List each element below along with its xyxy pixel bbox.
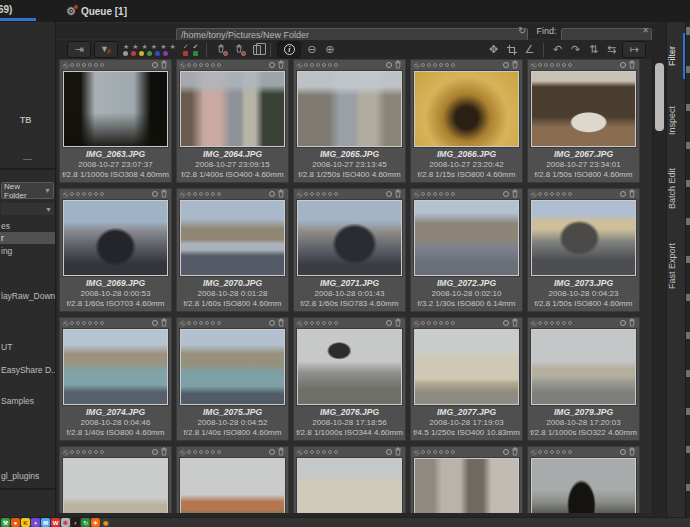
rank-dot-icon[interactable] — [433, 450, 437, 454]
rank-dot-icon[interactable] — [568, 321, 572, 325]
rank-dot-icon[interactable] — [100, 63, 104, 67]
thumbnail-cell[interactable]: ⚿IMG_2075.JPG2008-10-28 0:04:52f/2.8 1/4… — [176, 317, 289, 441]
photo-thumbnail[interactable] — [63, 458, 168, 513]
thumbnail-cell[interactable]: ⚿IMG_2070.JPG2008-10-28 0:01:28f/2.8 1/6… — [176, 188, 289, 312]
trash-icon[interactable] — [628, 60, 636, 70]
rank-dot-icon[interactable] — [544, 192, 548, 196]
edited-state-filter[interactable]: ✓✓ — [181, 44, 201, 56]
rank-dot-icon[interactable] — [217, 63, 221, 67]
rank-dot-icon[interactable] — [205, 450, 209, 454]
pan-tool-button[interactable]: ✥ — [486, 42, 501, 57]
rank-dot-icon[interactable] — [538, 192, 542, 196]
rank-dot-icon[interactable] — [322, 63, 326, 67]
rank-dot-icon[interactable] — [328, 321, 332, 325]
rank-dot-icon[interactable] — [310, 321, 314, 325]
enqueue-icon[interactable] — [269, 320, 275, 326]
trash-icon[interactable] — [277, 318, 285, 328]
photo-thumbnail[interactable] — [531, 200, 636, 276]
grid-scrollbar[interactable] — [652, 59, 666, 513]
rank-dot-icon[interactable] — [211, 450, 215, 454]
rating-color-filter[interactable]: ★★★★★★ — [121, 44, 178, 56]
rank-dot-icon[interactable] — [193, 450, 197, 454]
rank-dot-icon[interactable] — [94, 63, 98, 67]
directory-tree-item[interactable]: EasyShare D... — [1, 365, 56, 375]
rank-dot-icon[interactable] — [427, 450, 431, 454]
trash-icon[interactable] — [160, 60, 168, 70]
photo-thumbnail[interactable] — [180, 458, 285, 513]
rank-dot-icon[interactable] — [451, 63, 455, 67]
enqueue-icon[interactable] — [152, 320, 158, 326]
color-label-filter-icons[interactable] — [123, 51, 176, 56]
rank-dot-icon[interactable] — [199, 192, 203, 196]
thumbnail-cell[interactable]: ⚿IMG_2071.JPG2008-10-28 0:01:43f/2.8 1/6… — [293, 188, 406, 312]
rank-dot-icon[interactable] — [562, 192, 566, 196]
rank-dot-icon[interactable] — [538, 450, 542, 454]
rank-dot-icon[interactable] — [88, 192, 92, 196]
trash-icon[interactable] — [394, 447, 402, 457]
panel-collapse-handle[interactable]: — — [0, 154, 55, 164]
edited-filter-icon[interactable]: ✓ — [183, 44, 189, 56]
rank-dot-icon[interactable] — [322, 192, 326, 196]
rank-dot-icon[interactable] — [187, 450, 191, 454]
rank-dot-icon[interactable] — [421, 450, 425, 454]
rank-dot-icon[interactable] — [199, 450, 203, 454]
rotate-left-button[interactable]: ↶ — [550, 42, 565, 57]
rank-dot-icon[interactable] — [100, 321, 104, 325]
trash-icon[interactable] — [394, 318, 402, 328]
rank-dot-icon[interactable] — [544, 63, 548, 67]
thumbnail-cell[interactable]: ⚿IMG_2063.JPG2008-10-27 23:07:37f/2.8 1/… — [59, 59, 172, 183]
trash-icon[interactable] — [628, 318, 636, 328]
rank-dot-icon[interactable] — [94, 192, 98, 196]
rank-dot-icon[interactable] — [322, 321, 326, 325]
thumbnail-cell[interactable]: ⚿IMG_2074.JPG2008-10-28 0:04:46f/2.8 1/4… — [59, 317, 172, 441]
rank-dot-icon[interactable] — [94, 321, 98, 325]
photo-thumbnail[interactable] — [297, 329, 402, 405]
enqueue-icon[interactable] — [269, 62, 275, 68]
rank-dot-icon[interactable] — [334, 450, 338, 454]
show-trash-filter-button[interactable] — [213, 42, 228, 57]
rank-dot-icon[interactable] — [334, 192, 338, 196]
thumbnail-cell[interactable]: ⚿IMG_2072.JPG2008-10-28 0:02:10f/3.2 1/3… — [410, 188, 523, 312]
thumbnail-cell[interactable]: ⚿IMG_2069.JPG2008-10-28 0:00:53f/2.8 1/6… — [59, 188, 172, 312]
rank-dot-icon[interactable] — [205, 192, 209, 196]
rank-dot-icon[interactable] — [433, 63, 437, 67]
rank-dot-icon[interactable] — [427, 192, 431, 196]
rank-dot-icon[interactable] — [211, 321, 215, 325]
photo-thumbnail[interactable] — [531, 71, 636, 147]
trash-icon[interactable] — [511, 447, 519, 457]
ubuntu-app-icon[interactable]: ● — [11, 518, 20, 527]
rank-dot-icon[interactable] — [433, 321, 437, 325]
rank-dot-icon[interactable] — [193, 63, 197, 67]
thumbnail-cell[interactable]: ⚿ — [527, 446, 640, 513]
straighten-tool-button[interactable]: ∠ — [522, 42, 537, 57]
rank-dot-icon[interactable] — [568, 192, 572, 196]
directory-tree-item[interactable]: UT — [1, 342, 12, 352]
photos-app-icon[interactable]: ✶ — [91, 518, 100, 527]
crop-tool-button[interactable] — [504, 42, 519, 57]
rawtherapee-app-icon[interactable]: ◉ — [101, 518, 110, 527]
rank-dot-icon[interactable] — [334, 63, 338, 67]
rank-dot-icon[interactable] — [445, 192, 449, 196]
enqueue-icon[interactable] — [386, 320, 392, 326]
rank-dot-icon[interactable] — [427, 63, 431, 67]
enqueue-icon[interactable] — [152, 62, 158, 68]
rank-dot-icon[interactable] — [304, 450, 308, 454]
rank-dot-icon[interactable] — [556, 192, 560, 196]
rank-dot-icon[interactable] — [316, 321, 320, 325]
enqueue-icon[interactable] — [386, 62, 392, 68]
star-rating-filter-icons[interactable]: ★★★★★★ — [123, 44, 176, 50]
rank-dot-icon[interactable] — [100, 192, 104, 196]
rank-dot-icon[interactable] — [334, 321, 338, 325]
mail-app-icon[interactable]: ✉ — [41, 518, 50, 527]
enqueue-icon[interactable] — [269, 191, 275, 197]
rank-dot-icon[interactable] — [451, 192, 455, 196]
rank-dot-icon[interactable] — [550, 192, 554, 196]
rank-dot-icon[interactable] — [328, 63, 332, 67]
detach-browser-button[interactable]: ⇥ — [67, 41, 91, 58]
trash-icon[interactable] — [277, 189, 285, 199]
edited-filter-icon[interactable]: ✓ — [193, 44, 199, 56]
tab-batch-edit[interactable]: Batch Edit — [667, 154, 685, 222]
rank-dot-icon[interactable] — [88, 450, 92, 454]
rank-dot-icon[interactable] — [187, 63, 191, 67]
rank-dot-icon[interactable] — [550, 450, 554, 454]
